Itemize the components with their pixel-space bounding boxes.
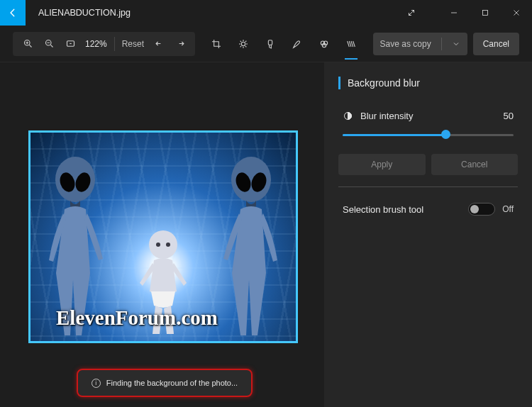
panel-cancel-button[interactable]: Cancel (431, 154, 519, 175)
side-panel: Background blur Blur intensity 50 Apply … (324, 62, 532, 407)
zoom-value[interactable]: 122% (85, 39, 107, 49)
separator (114, 37, 115, 51)
title-bar: ALIENABDUCTION.jpg (0, 0, 532, 26)
file-name-label: ALIENABDUCTION.jpg (38, 8, 131, 18)
blur-intensity-value: 50 (504, 111, 514, 121)
status-toast: i Finding the background of the photo... (77, 369, 253, 397)
apply-button[interactable]: Apply (338, 154, 426, 175)
watermark-text: ElevenForum.com (56, 306, 218, 330)
adjust-tool-icon[interactable] (231, 31, 255, 57)
canvas-area[interactable]: ElevenForum.com i Finding the background… (0, 62, 324, 407)
svg-rect-5 (269, 40, 272, 45)
panel-title-text: Background blur (348, 77, 420, 89)
panel-title: Background blur (338, 77, 518, 89)
tool-group (195, 31, 373, 57)
brush-tool-toggle[interactable] (468, 203, 495, 216)
window-maximize-button[interactable] (470, 0, 501, 26)
zoom-out-icon[interactable] (38, 33, 60, 55)
chevron-down-icon (452, 40, 460, 48)
save-label: Save as copy (380, 39, 431, 49)
divider (338, 186, 518, 187)
svg-rect-0 (483, 11, 488, 16)
window-close-button[interactable] (501, 0, 532, 26)
blur-intensity-label: Blur intensity (360, 111, 413, 121)
svg-point-4 (242, 42, 245, 45)
save-as-copy-button[interactable]: Save as copy (373, 33, 467, 55)
crop-tool-icon[interactable] (204, 31, 228, 57)
zoom-in-icon[interactable] (17, 33, 38, 55)
erase-tool-icon[interactable] (312, 31, 336, 57)
blur-intensity-icon (343, 111, 353, 121)
svg-point-15 (149, 230, 177, 259)
svg-point-16 (156, 242, 160, 247)
window-minimize-button[interactable] (438, 0, 470, 26)
info-icon: i (92, 379, 101, 388)
svg-point-17 (166, 242, 170, 247)
redo-icon[interactable] (170, 33, 191, 55)
filter-tool-icon[interactable] (258, 31, 282, 57)
reset-button[interactable]: Reset (118, 39, 148, 49)
fit-screen-icon[interactable] (60, 33, 81, 55)
brush-tool-state: Off (502, 204, 514, 214)
expand-button[interactable] (396, 0, 427, 26)
markup-tool-icon[interactable] (285, 31, 309, 57)
brush-tool-row: Selection brush tool Off (338, 203, 518, 216)
zoom-group: 122% Reset (13, 32, 195, 56)
photo-preview[interactable]: ElevenForum.com (28, 130, 298, 343)
toolbar: 122% Reset Save as copy (0, 26, 532, 62)
blur-intensity-row: Blur intensity 50 (338, 111, 518, 121)
brush-tool-label: Selection brush tool (343, 204, 423, 215)
blur-intensity-slider[interactable] (343, 128, 514, 141)
figure-alien-right (219, 154, 283, 338)
toolbar-cancel-button[interactable]: Cancel (473, 33, 519, 55)
undo-icon[interactable] (148, 33, 170, 55)
status-message: Finding the background of the photo... (106, 379, 238, 387)
background-blur-tool-icon[interactable] (339, 31, 363, 57)
back-button[interactable] (0, 0, 26, 26)
separator (441, 38, 442, 50)
